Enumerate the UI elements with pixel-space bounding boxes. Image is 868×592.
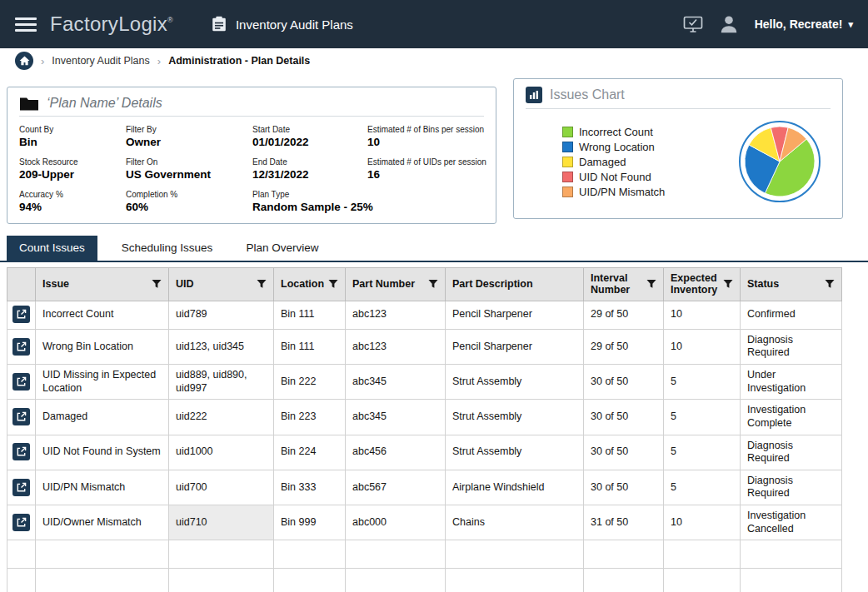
column-header-expected-inventory: Expected Inventory <box>664 268 741 301</box>
plan-detail-field-count-by: Count ByBin <box>19 125 126 148</box>
cell-location: Bin 999 <box>274 505 346 540</box>
monitor-icon[interactable] <box>683 15 703 33</box>
empty-cell <box>7 540 36 569</box>
legend-item-uid-not-found: UID Not Found <box>562 171 665 183</box>
empty-cell <box>446 540 584 569</box>
empty-cell <box>36 540 169 569</box>
legend-label: UID/PN Mismatch <box>579 186 665 198</box>
user-avatar[interactable] <box>718 13 740 35</box>
filter-icon[interactable] <box>723 279 733 289</box>
cell-part-description: Pencil Sharpener <box>446 329 584 364</box>
legend-swatch <box>562 127 573 137</box>
open-issue-button[interactable] <box>12 408 30 425</box>
column-label: Location <box>281 278 324 290</box>
issues-chart-title: Issues Chart <box>550 87 625 102</box>
legend-item-incorrect-count: Incorrect Count <box>562 126 665 138</box>
plan-details-grid: Count ByBinFilter ByOwnerStart Date01/01… <box>19 125 484 213</box>
column-header-content: Part Description <box>452 278 576 290</box>
field-value: US Government <box>126 168 252 181</box>
empty-cell <box>741 540 842 569</box>
cell-interval-number: 29 of 50 <box>584 301 664 329</box>
plan-detail-field-stock-resource: Stock Resource209-Upper <box>19 157 126 181</box>
tab-plan-overview[interactable]: Plan Overview <box>233 236 331 261</box>
open-issue-button[interactable] <box>12 479 30 496</box>
legend-item-damaged: Damaged <box>562 156 665 168</box>
column-header-content: Status <box>747 278 835 290</box>
open-issue-button[interactable] <box>12 443 30 460</box>
page-header: Inventory Audit Plans <box>210 15 353 33</box>
empty-cell <box>664 540 741 569</box>
filter-icon[interactable] <box>152 279 162 289</box>
cell-uid: uid710 <box>169 505 274 540</box>
legend-swatch <box>562 187 573 197</box>
count-issues-table: IssueUIDLocationPart NumberPart Descript… <box>7 267 842 592</box>
column-header-content: Issue <box>42 278 162 290</box>
column-header-issue: Issue <box>36 268 169 301</box>
filter-icon[interactable] <box>646 279 656 289</box>
menu-icon[interactable] <box>15 17 37 32</box>
open-issue-button[interactable] <box>12 514 30 531</box>
filter-icon[interactable] <box>428 279 438 289</box>
cell-interval-number: 31 of 50 <box>584 505 664 540</box>
open-issue-button[interactable] <box>12 373 30 391</box>
column-header-part-number: Part Number <box>346 268 446 301</box>
cell-issue: Damaged <box>36 400 169 435</box>
issues-legend: Incorrect CountWrong LocationDamagedUID … <box>562 126 665 198</box>
cell-issue: UID/Owner Mismatch <box>36 505 169 540</box>
tab-count-issues[interactable]: Count Issues <box>7 236 97 261</box>
brand-part2: Logix <box>118 12 167 36</box>
breadcrumb-item-plans[interactable]: Inventory Audit Plans <box>52 55 149 67</box>
plan-detail-field-estimated-of-bins-per-session: Estimated # of Bins per session10 <box>367 125 486 148</box>
open-issue-button[interactable] <box>12 338 30 356</box>
breadcrumb: › Inventory Audit Plans › Administration… <box>0 48 868 73</box>
table-row: Wrong Bin Locationuid123, uid345Bin 111a… <box>7 329 842 364</box>
issues-pie <box>731 112 829 211</box>
row-open-cell <box>7 400 36 435</box>
row-open-cell <box>7 329 36 364</box>
empty-cell <box>169 569 274 592</box>
cell-status: Diagnosis Required <box>741 435 842 470</box>
tab-scheduling-issues[interactable]: Scheduling Issues <box>109 236 226 261</box>
cell-part-description: Chains <box>446 505 584 540</box>
field-label: Filter By <box>126 125 252 134</box>
table-row: UID/PN Mismatchuid700Bin 333abc567Airpla… <box>7 470 842 505</box>
field-value: 16 <box>367 168 486 181</box>
cell-uid: uid123, uid345 <box>169 329 274 364</box>
breadcrumb-item-current: Administration - Plan Details <box>168 55 310 67</box>
legend-label: Incorrect Count <box>579 126 653 138</box>
cell-part-description: Strut Assembly <box>446 365 584 400</box>
open-issue-button[interactable] <box>12 306 30 323</box>
cell-interval-number: 30 of 50 <box>584 400 664 435</box>
breadcrumb-separator: › <box>41 55 44 67</box>
plan-detail-field-filter-by: Filter ByOwner <box>126 125 252 148</box>
cell-uid: uid1000 <box>169 435 274 470</box>
column-label: Interval Number <box>591 272 643 296</box>
cell-location: Bin 222 <box>274 365 346 400</box>
legend-item-wrong-location: Wrong Location <box>562 141 665 153</box>
field-value: Owner <box>126 136 252 148</box>
open-issue-icon <box>16 482 27 493</box>
caret-down-icon: ▾ <box>848 19 853 30</box>
filter-icon[interactable] <box>825 279 835 289</box>
column-header-row-actions <box>7 268 36 301</box>
empty-cell <box>584 569 664 592</box>
row-open-cell <box>7 435 36 470</box>
user-menu[interactable]: Hello, Recreate! ▾ <box>755 17 853 31</box>
column-label: Part Number <box>352 278 415 290</box>
plan-details-title: ‘Plan Name’ Details <box>47 96 162 111</box>
field-label: Estimated # of Bins per session <box>367 125 486 134</box>
filter-icon[interactable] <box>328 279 338 289</box>
empty-cell <box>741 569 842 592</box>
cell-expected-inventory: 5 <box>664 435 741 470</box>
column-header-part-description: Part Description <box>446 268 584 301</box>
cell-interval-number: 30 of 50 <box>584 435 664 470</box>
cell-uid: uid222 <box>169 400 274 435</box>
column-header-content: Part Number <box>352 278 438 290</box>
empty-cell <box>346 540 446 569</box>
plan-detail-field-plan-type: Plan TypeRandom Sample - 25% <box>252 190 367 213</box>
home-icon[interactable] <box>15 52 33 70</box>
filter-icon[interactable] <box>257 279 267 289</box>
brand-part1: Factory <box>50 12 118 36</box>
cell-issue: UID Not Found in System <box>36 435 169 470</box>
legend-swatch <box>562 172 573 182</box>
